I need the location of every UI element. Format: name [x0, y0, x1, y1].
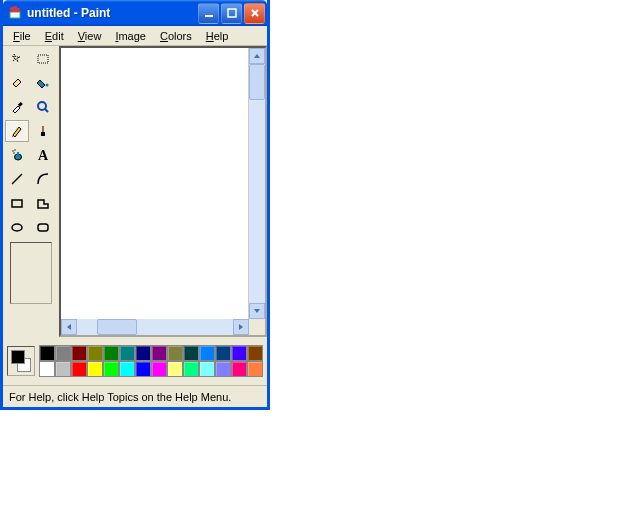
- tool-rectangle[interactable]: [5, 192, 29, 214]
- scroll-left-button[interactable]: [61, 319, 77, 335]
- svg-rect-14: [12, 200, 22, 207]
- close-button[interactable]: [244, 3, 265, 24]
- svg-text:A: A: [38, 148, 49, 162]
- color-swatch[interactable]: [87, 361, 103, 377]
- svg-rect-9: [17, 152, 19, 155]
- menu-image[interactable]: Image: [109, 28, 152, 44]
- horizontal-scroll-thumb[interactable]: [97, 319, 137, 335]
- status-text: For Help, click Help Topics on the Help …: [9, 391, 231, 403]
- scroll-corner: [249, 319, 265, 335]
- color-palette-area: [3, 337, 267, 385]
- statusbar: For Help, click Help Topics on the Help …: [3, 385, 267, 407]
- scroll-up-button[interactable]: [249, 48, 265, 64]
- color-swatch[interactable]: [151, 345, 167, 361]
- vertical-scroll-thumb[interactable]: [249, 64, 265, 100]
- tool-curve[interactable]: [31, 168, 55, 190]
- tool-ellipse[interactable]: [5, 216, 29, 238]
- foreground-color[interactable]: [11, 350, 25, 364]
- color-swatch[interactable]: [167, 345, 183, 361]
- svg-point-15: [12, 224, 22, 231]
- tool-free-select[interactable]: [5, 48, 29, 70]
- color-swatch[interactable]: [247, 361, 263, 377]
- svg-point-11: [14, 149, 15, 150]
- paint-app-icon: [7, 5, 23, 21]
- svg-rect-0: [10, 12, 20, 18]
- tool-line[interactable]: [5, 168, 29, 190]
- tool-rounded-rect[interactable]: [31, 216, 55, 238]
- color-swatch[interactable]: [247, 345, 263, 361]
- tool-airbrush[interactable]: [5, 144, 29, 166]
- workarea: A: [3, 46, 267, 337]
- svg-point-12: [13, 152, 14, 153]
- color-swatch[interactable]: [135, 345, 151, 361]
- svg-rect-7: [42, 126, 44, 132]
- menu-colors[interactable]: Colors: [154, 28, 198, 44]
- svg-rect-16: [38, 224, 48, 231]
- color-swatch[interactable]: [183, 361, 199, 377]
- color-swatch[interactable]: [183, 345, 199, 361]
- svg-point-10: [12, 150, 13, 151]
- scroll-down-button[interactable]: [249, 303, 265, 319]
- toolbox: A: [3, 46, 59, 337]
- canvas-area: [59, 46, 267, 337]
- minimize-button[interactable]: [198, 3, 219, 24]
- color-swatch[interactable]: [167, 361, 183, 377]
- window-controls: [198, 3, 265, 24]
- color-swatch[interactable]: [199, 345, 215, 361]
- svg-point-4: [46, 84, 49, 87]
- tool-text[interactable]: A: [31, 144, 55, 166]
- color-swatch[interactable]: [119, 361, 135, 377]
- tool-pencil[interactable]: [5, 120, 29, 142]
- color-indicator[interactable]: [7, 346, 35, 376]
- tool-polygon[interactable]: [31, 192, 55, 214]
- tool-rect-select[interactable]: [31, 48, 55, 70]
- tool-eraser[interactable]: [5, 72, 29, 94]
- color-swatch[interactable]: [151, 361, 167, 377]
- color-swatch[interactable]: [199, 361, 215, 377]
- window-title: untitled - Paint: [27, 6, 198, 20]
- color-swatch[interactable]: [103, 345, 119, 361]
- color-swatch[interactable]: [215, 361, 231, 377]
- svg-rect-2: [228, 9, 236, 17]
- color-swatch[interactable]: [39, 361, 55, 377]
- maximize-button[interactable]: [221, 3, 242, 24]
- vertical-scrollbar[interactable]: [249, 48, 265, 319]
- horizontal-scrollbar[interactable]: [61, 319, 265, 335]
- scroll-right-button[interactable]: [233, 319, 249, 335]
- menu-help[interactable]: Help: [200, 28, 235, 44]
- color-swatch[interactable]: [55, 345, 71, 361]
- titlebar[interactable]: untitled - Paint: [3, 0, 267, 26]
- svg-point-6: [38, 102, 46, 110]
- tool-picker[interactable]: [5, 96, 29, 118]
- color-swatch[interactable]: [135, 361, 151, 377]
- color-swatch[interactable]: [55, 361, 71, 377]
- menu-file[interactable]: File: [7, 28, 37, 44]
- menu-view[interactable]: View: [72, 28, 108, 44]
- svg-rect-3: [38, 55, 48, 63]
- menu-edit[interactable]: Edit: [39, 28, 70, 44]
- color-swatch[interactable]: [103, 361, 119, 377]
- color-swatch[interactable]: [231, 345, 247, 361]
- color-swatch[interactable]: [119, 345, 135, 361]
- tool-magnifier[interactable]: [31, 96, 55, 118]
- color-swatch[interactable]: [215, 345, 231, 361]
- color-swatch[interactable]: [231, 361, 247, 377]
- tool-options: [10, 242, 52, 304]
- color-palette: [39, 345, 263, 377]
- color-swatch[interactable]: [87, 345, 103, 361]
- window: untitled - Paint FileEditViewImageColors…: [0, 0, 270, 410]
- tool-fill[interactable]: [31, 72, 55, 94]
- color-swatch[interactable]: [39, 345, 55, 361]
- tool-brush[interactable]: [31, 120, 55, 142]
- canvas[interactable]: [61, 48, 249, 319]
- color-swatch[interactable]: [71, 361, 87, 377]
- color-swatch[interactable]: [71, 345, 87, 361]
- svg-rect-1: [205, 15, 213, 17]
- menubar: FileEditViewImageColorsHelp: [3, 26, 267, 46]
